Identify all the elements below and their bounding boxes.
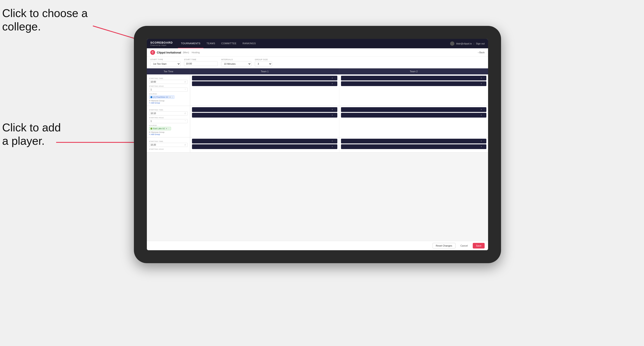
nav-tabs: TOURNAMENTS TEAMS COMMITTEE RANKINGS [178,39,450,48]
hosting-label: Hosting [192,51,200,54]
tournament-gender: (Men) [183,51,189,54]
course-dots-2: ⋮ [168,128,170,130]
player-slot-5-1[interactable]: ✕ ⋮ [192,139,337,144]
annotation-choose-college: Click to choose a college. [2,6,88,33]
back-button[interactable]: ‹ Back [478,51,484,54]
add-group-1[interactable]: + Add Group [149,102,188,104]
player-slot-1-2[interactable]: ✕ ⋮ [192,81,337,86]
group-size-select[interactable]: 3 [255,61,272,66]
th-team1: Team 1 [190,68,339,74]
course-row-2: 🟢 East Lake GC ✕ ⋮ [149,127,188,130]
save-button[interactable]: Save [473,243,484,248]
remove-group-1[interactable]: ⟳ Remove Group [149,100,188,102]
th-team2: Team 2 [339,68,488,74]
start-type-select[interactable]: 1st Tee Start [150,61,180,66]
player-slot-1-1[interactable]: ✕ ⋮ [192,76,337,80]
player-slot-5-2[interactable]: ✕ ⋮ [192,144,337,149]
nav-tab-committee[interactable]: COMMITTEE [218,39,240,48]
team2-col-1: ✕ ⋮ ✕ ⋮ [339,74,488,106]
slot-x-icon[interactable]: ✕ [480,83,482,85]
slot-x-icon[interactable]: ✕ [332,83,333,85]
team1-col-1: ✕ ⋮ ✕ ⋮ [190,74,339,106]
nav-right: blair@clippd.io | Sign out [450,41,484,46]
slot-x-icon[interactable]: ✕ [332,114,333,116]
player-slot-6-2[interactable]: ✕ ⋮ [341,144,486,149]
table-row: STARTING TIME: 10:10⏱ STARTING HOLE: 1⌃ … [147,106,488,137]
table-header: Tee Time Team 1 Team 2 [147,68,488,74]
starting-hole-label-1: STARTING HOLE: [149,85,188,87]
slot-dots-icon: ⋮ [334,114,336,116]
slot-x-icon[interactable]: ✕ [480,140,482,142]
tournament-title: Clippd Invitational [157,51,181,54]
player-slot-3-2[interactable]: ✕ ⋮ [192,113,337,118]
start-time-field: Start Time [184,58,218,66]
table-footer: Reset Changes Cancel Save [147,241,488,250]
intervals-select[interactable]: 10 Minutes [221,61,252,66]
clippd-icon: C [150,50,155,55]
starting-time-input-2[interactable]: 10:10⏱ [149,111,188,115]
nav-tab-rankings[interactable]: RANKINGS [240,39,259,48]
slot-x-icon[interactable]: ✕ [332,140,333,142]
annotation-add-player: Click to add a player. [2,121,61,148]
slot-x-icon[interactable]: ✕ [480,146,482,148]
course-tag-2[interactable]: 🟢 East Lake GC ✕ ⋮ [149,127,171,130]
course-label-2: COURSE: [149,125,188,126]
player-slot-2-2[interactable]: ✕ ⋮ [341,81,486,86]
cancel-button[interactable]: Cancel [457,243,471,248]
slot-dots-icon: ⋮ [334,77,336,79]
course-dots-1: ⋮ [172,96,173,98]
start-time-input[interactable] [184,61,218,66]
tee-left-3: STARTING TIME: 10:20⏱ STARTING HOLE: [147,137,190,152]
course-remove-2[interactable]: ✕ [166,128,167,130]
th-tee-time: Tee Time [147,68,190,74]
tee-left-2: STARTING TIME: 10:10⏱ STARTING HOLE: 1⌃ … [147,106,190,137]
starting-hole-input-1[interactable]: 1⌃ [149,88,188,92]
slot-x-icon[interactable]: ✕ [480,114,482,116]
table-row: STARTING TIME: 10:00⏱ STARTING HOLE: 1⌃ … [147,74,488,106]
group-size-field: Group Size 3 [255,58,272,66]
slot-x-icon[interactable]: ✕ [480,109,482,111]
team1-col-2: ✕ ⋮ ✕ ⋮ [190,106,339,137]
player-slot-3-1[interactable]: ✕ ⋮ [192,107,337,112]
starting-time-input-1[interactable]: 10:00⏱ [149,80,188,84]
add-group-2[interactable]: + Add Group [149,133,188,136]
table-row: STARTING TIME: 10:20⏱ STARTING HOLE: ✕ ⋮… [147,137,488,153]
slot-x-icon[interactable]: ✕ [332,109,333,111]
intervals-label: Intervals [221,58,252,61]
starting-hole-input-2[interactable]: 1⌃ [149,119,188,123]
tee-left-1: STARTING TIME: 10:00⏱ STARTING HOLE: 1⌃ … [147,74,190,106]
intervals-field: Intervals 10 Minutes [221,58,252,66]
slot-dots-icon: ⋮ [334,83,336,85]
player-slot-2-1[interactable]: ✕ ⋮ [341,76,486,80]
slot-x-icon[interactable]: ✕ [332,77,333,79]
slot-dots-icon: ⋮ [483,77,485,79]
remove-group-2[interactable]: ⟳ Remove Group [149,131,188,133]
slot-dots-icon: ⋮ [334,109,336,111]
starting-time-input-3[interactable]: 10:20⏱ [149,143,188,147]
player-slot-4-2[interactable]: ✕ ⋮ [341,113,486,118]
course-label-1: COURSE: [149,93,188,95]
app-logo: SCOREBOARD Powered by clippd [150,41,173,46]
nav-tab-tournaments[interactable]: TOURNAMENTS [178,39,204,48]
settings-row: Start Type 1st Tee Start Start Time Inte… [147,57,488,68]
course-row-1: 🔵 (A) Peachtree GC ✕ ⋮ [149,95,188,99]
start-type-label: Start Type [150,58,180,61]
nav-tab-teams[interactable]: TEAMS [204,39,218,48]
team1-col-3: ✕ ⋮ ✕ ⋮ [190,137,339,152]
group-size-label: Group Size [255,58,272,61]
slot-dots-icon: ⋮ [483,146,485,148]
reset-changes-button[interactable]: Reset Changes [432,243,456,248]
sign-out-link[interactable]: Sign out [476,42,484,45]
table-body: STARTING TIME: 10:00⏱ STARTING HOLE: 1⌃ … [147,74,488,241]
slot-dots-icon: ⋮ [334,140,336,142]
avatar [450,41,454,46]
slot-x-icon[interactable]: ✕ [480,77,482,79]
slot-dots-icon: ⋮ [334,146,336,148]
player-slot-6-1[interactable]: ✕ ⋮ [341,139,486,144]
slot-x-icon[interactable]: ✕ [332,146,333,148]
slot-dots-icon: ⋮ [483,83,485,85]
course-name-1: (A) Peachtree GC [153,96,169,98]
course-remove-1[interactable]: ✕ [169,96,171,98]
player-slot-4-1[interactable]: ✕ ⋮ [341,107,486,112]
course-tag-1[interactable]: 🔵 (A) Peachtree GC ✕ ⋮ [149,95,174,99]
